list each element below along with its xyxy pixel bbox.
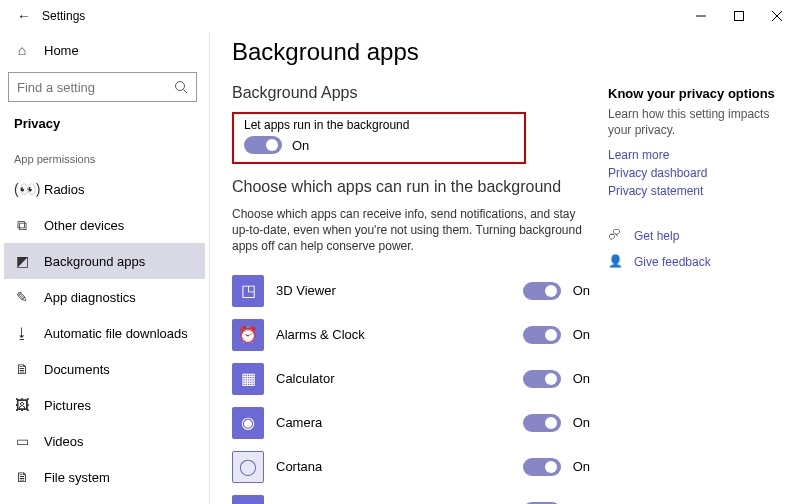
app-name: Alarms & Clock: [276, 327, 511, 342]
app-toggle[interactable]: [523, 326, 561, 344]
app-state: On: [573, 371, 590, 386]
app-state: On: [573, 415, 590, 430]
svg-line-5: [184, 90, 188, 94]
background-apps-icon: ◩: [14, 253, 30, 269]
app-toggle[interactable]: [523, 414, 561, 432]
sidebar-item-file-system[interactable]: 🗎File system: [4, 459, 205, 495]
back-button[interactable]: ←: [8, 8, 40, 24]
app-row-calculator: ▦ Calculator On: [232, 357, 590, 401]
feedback-icon: 👤: [608, 254, 624, 270]
section-label: App permissions: [4, 139, 205, 171]
sidebar-item-label: Pictures: [44, 398, 91, 413]
sidebar-item-other-devices[interactable]: ⧉Other devices: [4, 207, 205, 243]
page-title: Background apps: [232, 38, 590, 66]
file-system-icon: 🗎: [14, 469, 30, 485]
search-box[interactable]: [8, 72, 197, 102]
close-button[interactable]: [770, 9, 784, 23]
help-label: Get help: [634, 229, 679, 243]
camera-icon: ◉: [232, 407, 264, 439]
sidebar-item-pictures[interactable]: 🖼Pictures: [4, 387, 205, 423]
radios-icon: (👀): [14, 181, 30, 197]
documents-icon: 🗎: [14, 361, 30, 377]
sidebar: ⌂ Home Privacy App permissions (👀)Radios…: [0, 32, 210, 504]
sidebar-item-label: App diagnostics: [44, 290, 136, 305]
category-label: Privacy: [4, 110, 205, 139]
link-privacy-statement[interactable]: Privacy statement: [608, 184, 780, 198]
devices-icon: ⧉: [14, 217, 30, 234]
diagnostics-icon: ✎: [14, 289, 30, 305]
sidebar-item-documents[interactable]: 🗎Documents: [4, 351, 205, 387]
master-toggle-label: Let apps run in the background: [244, 118, 514, 132]
app-name: Camera: [276, 415, 511, 430]
sidebar-item-label: Radios: [44, 182, 84, 197]
home-icon: ⌂: [14, 42, 30, 58]
app-state: On: [573, 459, 590, 474]
info-heading: Know your privacy options: [608, 86, 780, 101]
sidebar-item-label: Other devices: [44, 218, 124, 233]
give-feedback-link[interactable]: 👤 Give feedback: [608, 254, 780, 270]
master-toggle-state: On: [292, 138, 309, 153]
download-icon: ⭳: [14, 325, 30, 341]
sidebar-item-label: Videos: [44, 434, 84, 449]
cortana-icon: ◯: [232, 451, 264, 483]
3d-viewer-icon: ◳: [232, 275, 264, 307]
svg-point-4: [176, 82, 185, 91]
pictures-icon: 🖼: [14, 397, 30, 413]
feedback-hub-icon: ✉: [232, 495, 264, 504]
app-state: On: [573, 283, 590, 298]
sidebar-item-app-diagnostics[interactable]: ✎App diagnostics: [4, 279, 205, 315]
sidebar-item-background-apps[interactable]: ◩Background apps: [4, 243, 205, 279]
app-name: Cortana: [276, 459, 511, 474]
sidebar-item-radios[interactable]: (👀)Radios: [4, 171, 205, 207]
master-toggle[interactable]: [244, 136, 282, 154]
help-icon: 🗪: [608, 228, 624, 244]
sidebar-item-videos[interactable]: ▭Videos: [4, 423, 205, 459]
section-heading-2: Choose which apps can run in the backgro…: [232, 178, 590, 196]
window-title: Settings: [40, 9, 694, 23]
svg-rect-1: [735, 12, 744, 21]
highlighted-region: Let apps run in the background On: [232, 112, 526, 164]
app-row-3d-viewer: ◳ 3D Viewer On: [232, 269, 590, 313]
search-input[interactable]: [17, 80, 167, 95]
sidebar-item-label: File system: [44, 470, 110, 485]
alarms-icon: ⏰: [232, 319, 264, 351]
section-description: Choose which apps can receive info, send…: [232, 206, 590, 255]
app-name: 3D Viewer: [276, 283, 511, 298]
section-heading: Background Apps: [232, 84, 590, 102]
sidebar-item-label: Automatic file downloads: [44, 326, 188, 341]
link-learn-more[interactable]: Learn more: [608, 148, 780, 162]
app-toggle[interactable]: [523, 370, 561, 388]
app-row-camera: ◉ Camera On: [232, 401, 590, 445]
link-privacy-dashboard[interactable]: Privacy dashboard: [608, 166, 780, 180]
sidebar-item-label: Documents: [44, 362, 110, 377]
info-panel: Know your privacy options Learn how this…: [590, 38, 780, 504]
app-toggle[interactable]: [523, 282, 561, 300]
app-toggle[interactable]: [523, 458, 561, 476]
home-label: Home: [44, 43, 79, 58]
sidebar-item-label: Background apps: [44, 254, 145, 269]
app-row-cortana: ◯ Cortana On: [232, 445, 590, 489]
minimize-button[interactable]: [694, 9, 708, 23]
app-state: On: [573, 327, 590, 342]
app-row-feedback-hub: ✉ Feedback Hub On: [232, 489, 590, 504]
app-name: Calculator: [276, 371, 511, 386]
app-row-alarms: ⏰ Alarms & Clock On: [232, 313, 590, 357]
maximize-button[interactable]: [732, 9, 746, 23]
home-nav[interactable]: ⌂ Home: [4, 32, 205, 68]
videos-icon: ▭: [14, 433, 30, 449]
get-help-link[interactable]: 🗪 Get help: [608, 228, 780, 244]
sidebar-item-auto-downloads[interactable]: ⭳Automatic file downloads: [4, 315, 205, 351]
info-text: Learn how this setting impacts your priv…: [608, 107, 780, 138]
feedback-label: Give feedback: [634, 255, 711, 269]
search-icon: [174, 80, 188, 94]
calculator-icon: ▦: [232, 363, 264, 395]
